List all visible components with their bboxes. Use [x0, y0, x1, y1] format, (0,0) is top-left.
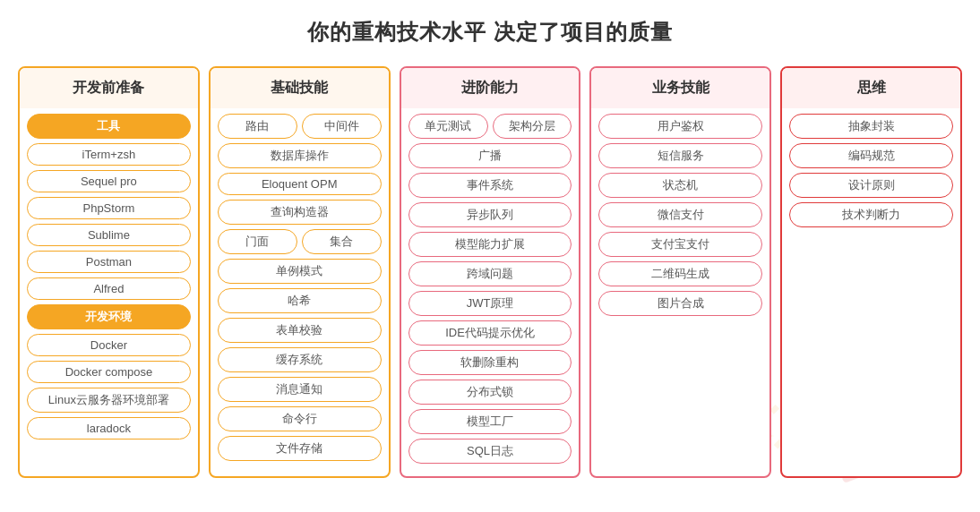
- list-item: 分布式锁: [408, 380, 572, 405]
- list-item: 单例模式: [218, 259, 382, 284]
- item-tag: 设计原则: [789, 173, 953, 198]
- column-header-col2: 基础技能: [211, 68, 389, 108]
- item-tag: Postman: [27, 251, 191, 273]
- item-tag: Sublime: [27, 224, 191, 246]
- item-tag-filled: 开发环境: [27, 304, 191, 329]
- list-item: 开发环境: [27, 304, 191, 329]
- column-items-col4: 用户鉴权短信服务状态机微信支付支付宝支付二维码生成图片合成: [591, 108, 769, 320]
- item-tag: 数据库操作: [218, 143, 382, 168]
- item-tag: IDE代码提示优化: [408, 320, 572, 346]
- list-item: SQL日志: [408, 439, 572, 464]
- item-tag: Alfred: [27, 277, 191, 300]
- column-header-col3: 进阶能力: [401, 68, 580, 108]
- item-tag: 短信服务: [598, 143, 762, 168]
- item-tag: 表单校验: [218, 318, 382, 343]
- item-tag: 架构分层: [493, 114, 572, 139]
- list-item: 微信支付: [598, 202, 762, 227]
- item-tag: 跨域问题: [408, 261, 572, 286]
- list-item: 门面集合: [218, 229, 382, 254]
- item-tag: 消息通知: [218, 377, 382, 402]
- list-item: Docker compose: [27, 361, 191, 383]
- list-item: 消息通知: [218, 377, 382, 402]
- list-item: Postman: [27, 251, 191, 273]
- item-tag: 异步队列: [408, 202, 572, 227]
- list-item: 软删除重构: [408, 350, 572, 375]
- column-items-col2: 路由中间件数据库操作Eloquent OPM查询构造器门面集合单例模式哈希表单校…: [211, 108, 389, 465]
- item-tag: 查询构造器: [218, 200, 382, 225]
- item-tag: Linux云服务器环境部署: [27, 388, 191, 413]
- list-item: 支付宝支付: [598, 232, 762, 257]
- list-item: Eloquent OPM: [218, 173, 382, 195]
- list-item: iTerm+zsh: [27, 143, 191, 166]
- page-title: 你的重构技术水平 决定了项目的质量: [18, 18, 962, 47]
- item-tag: 事件系统: [408, 173, 572, 198]
- item-tag: SQL日志: [408, 439, 572, 464]
- item-tag: laradock: [27, 417, 191, 439]
- item-tag: 分布式锁: [408, 380, 572, 405]
- list-item: IDE代码提示优化: [408, 320, 572, 346]
- list-item: 广播: [408, 143, 572, 168]
- list-item: 设计原则: [789, 173, 953, 198]
- list-item: 事件系统: [408, 173, 572, 198]
- item-tag: 路由: [218, 114, 297, 139]
- column-col5: 思维抽象封装编码规范设计原则技术判断力: [780, 66, 962, 478]
- column-items-col3: 单元测试架构分层广播事件系统异步队列模型能力扩展跨域问题JWT原理IDE代码提示…: [401, 108, 580, 467]
- column-items-col5: 抽象封装编码规范设计原则技术判断力: [782, 108, 960, 231]
- list-item: 异步队列: [408, 202, 572, 227]
- item-tag: 编码规范: [789, 143, 953, 168]
- column-header-col4: 业务技能: [591, 68, 769, 108]
- list-item: 工具: [27, 114, 191, 139]
- column-col2: 基础技能路由中间件数据库操作Eloquent OPM查询构造器门面集合单例模式哈…: [209, 66, 391, 478]
- item-tag: Sequel pro: [27, 170, 191, 192]
- column-col3: 进阶能力单元测试架构分层广播事件系统异步队列模型能力扩展跨域问题JWT原理IDE…: [400, 66, 581, 478]
- item-tag: 状态机: [598, 173, 762, 198]
- item-tag: 文件存储: [218, 436, 382, 461]
- list-item: 路由中间件: [218, 114, 382, 139]
- list-item: PhpStorm: [27, 197, 191, 219]
- item-tag: 命令行: [218, 406, 382, 431]
- item-tag: 支付宝支付: [598, 232, 762, 257]
- list-item: 单元测试架构分层: [408, 114, 572, 139]
- column-items-col1: 工具iTerm+zshSequel proPhpStormSublimePost…: [20, 108, 198, 443]
- item-tag: 软删除重构: [408, 350, 572, 375]
- list-item: 短信服务: [598, 143, 762, 168]
- list-item: 缓存系统: [218, 347, 382, 372]
- item-tag: 广播: [408, 143, 572, 168]
- item-tag: 哈希: [218, 288, 382, 313]
- item-tag: 模型能力扩展: [408, 232, 572, 257]
- list-item: 模型能力扩展: [408, 232, 572, 257]
- list-item: 表单校验: [218, 318, 382, 343]
- list-item: 模型工厂: [408, 409, 572, 434]
- list-item: 命令行: [218, 406, 382, 431]
- list-item: 状态机: [598, 173, 762, 198]
- list-item: 技术判断力: [789, 202, 953, 227]
- list-item: Linux云服务器环境部署: [27, 388, 191, 413]
- list-item: 文件存储: [218, 436, 382, 461]
- item-tag: Eloquent OPM: [218, 173, 382, 195]
- item-tag: 技术判断力: [789, 202, 953, 227]
- item-tag: Docker compose: [27, 361, 191, 383]
- item-tag: JWT原理: [408, 291, 572, 316]
- column-header-col1: 开发前准备: [20, 68, 198, 108]
- list-item: 数据库操作: [218, 143, 382, 168]
- list-item: 用户鉴权: [598, 114, 762, 139]
- item-tag: 中间件: [302, 114, 382, 139]
- list-item: Alfred: [27, 277, 191, 300]
- page-wrapper: 你的重构技术水平 决定了项目的质量 开发前准备工具iTerm+zshSequel…: [0, 0, 980, 512]
- list-item: 哈希: [218, 288, 382, 313]
- list-item: laradock: [27, 417, 191, 439]
- list-item: 抽象封装: [789, 114, 953, 139]
- item-tag: 门面: [218, 229, 297, 254]
- item-tag: 微信支付: [598, 202, 762, 227]
- item-tag: 二维码生成: [598, 261, 762, 286]
- item-tag: iTerm+zsh: [27, 143, 191, 166]
- item-tag: Docker: [27, 334, 191, 356]
- list-item: JWT原理: [408, 291, 572, 316]
- item-tag: PhpStorm: [27, 197, 191, 219]
- list-item: Docker: [27, 334, 191, 356]
- list-item: 二维码生成: [598, 261, 762, 286]
- item-tag: 缓存系统: [218, 347, 382, 372]
- list-item: Sequel pro: [27, 170, 191, 192]
- list-item: 跨域问题: [408, 261, 572, 286]
- column-header-col5: 思维: [782, 68, 960, 108]
